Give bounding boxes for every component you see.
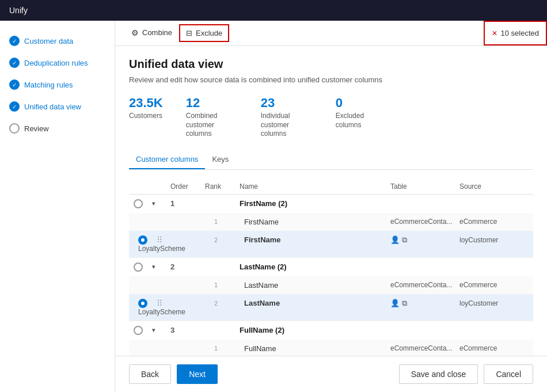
stat-customers-label: Customers: [129, 112, 163, 121]
sub-row-fullname-1: 1 FullName eCommerceContа... eCommerce: [129, 340, 533, 356]
drag-handle-lastname-2[interactable]: ⠿: [157, 299, 175, 308]
circle-icon-review: [9, 123, 20, 134]
footer-right: Save and close Cancel: [399, 364, 533, 384]
next-button[interactable]: Next: [177, 364, 218, 384]
group-row-lastname: ▾ 2 LastName (2): [129, 258, 533, 276]
save-close-button[interactable]: Save and close: [399, 364, 478, 384]
radio-lastname[interactable]: [134, 262, 143, 272]
sidebar-label-review: Review: [24, 124, 49, 133]
name-lastname-group: LastName (2): [240, 262, 390, 271]
group-fullname: ▾ 3 FullName (2) 1 FullName eCommerceCon…: [129, 321, 533, 356]
sidebar-item-matching-rules[interactable]: ✓ Matching rules: [0, 74, 115, 96]
check-icon-dedup: ✓: [9, 58, 20, 68]
page-content: Unified data view Review and edit how so…: [115, 46, 547, 356]
copy-icon-firstname: ⧉: [402, 235, 407, 245]
row-icons-lastname-2: 👤 ⧉: [390, 299, 459, 308]
sub-source-fullname-1: eCommerce: [459, 344, 529, 352]
sub-rank-fullname-1: 1: [210, 345, 244, 352]
group-lastname: ▾ 2 LastName (2) 1 LastName eCommerceCon…: [129, 258, 533, 321]
tab-keys[interactable]: Keys: [205, 150, 235, 169]
exclude-button[interactable]: ⊟ Exclude: [179, 24, 229, 42]
sub-name-fullname-1: FullName: [244, 344, 390, 353]
order-firstname: 1: [170, 199, 205, 208]
header-name: Name: [240, 182, 390, 191]
header-order: Order: [170, 182, 205, 191]
content-area: ⚙ Combine ⊟ Exclude ✕ 10 selected Unifie…: [115, 21, 547, 392]
sidebar-item-customer-data[interactable]: ✓ Customer data: [0, 30, 115, 52]
order-lastname: 2: [170, 262, 205, 271]
sidebar-label-dedup: Deduplication rules: [24, 59, 88, 67]
sidebar-item-review[interactable]: Review: [0, 117, 115, 139]
sub-source-lastname-2: LoyaltyScheme: [138, 308, 157, 316]
selected-count: 10 selected: [501, 29, 540, 37]
exclude-label: Exclude: [196, 29, 222, 37]
sub-rank-lastname-1: 1: [210, 281, 244, 288]
person-icon-lastname: 👤: [390, 299, 400, 307]
sidebar-label-unified: Unified data view: [24, 102, 81, 111]
chevron-firstname[interactable]: ▾: [152, 200, 170, 207]
check-icon-customer: ✓: [9, 36, 20, 46]
sub-source-lastname-1: eCommerce: [459, 281, 529, 289]
sub-table-firstname-1: eCommerceContа...: [390, 218, 459, 226]
stat-individual-label: Individual customer columns: [261, 112, 313, 139]
group-row-fullname: ▾ 3 FullName (2): [129, 321, 533, 340]
toolbar: ⚙ Combine ⊟ Exclude ✕ 10 selected: [115, 21, 547, 46]
sidebar-item-unified-data-view[interactable]: ✓ Unified data view: [0, 96, 115, 117]
close-icon: ✕: [492, 29, 497, 37]
stat-excluded-value: 0: [336, 96, 388, 111]
copy-icon-lastname: ⧉: [402, 299, 407, 308]
name-firstname-group: FirstName (2): [240, 199, 390, 208]
header-source: Source: [459, 182, 529, 191]
group-firstname: ▾ 1 FirstName (2) 1 FirstName eCommerceC…: [129, 195, 533, 258]
tab-bar: Customer columns Keys: [129, 150, 533, 170]
chevron-lastname[interactable]: ▾: [152, 264, 170, 270]
header-table: Table: [390, 182, 459, 191]
sub-rank-firstname-1: 1: [210, 218, 244, 225]
sub-row-firstname-1: 1 FirstName eCommerceContа... eCommerce: [129, 213, 533, 231]
sub-name-lastname-2: LastName: [244, 299, 390, 307]
sub-table-firstname-2: loyCustomer: [459, 236, 529, 244]
sub-table-lastname-2: loyCustomer: [459, 299, 529, 307]
footer-left: Back Next: [129, 364, 218, 384]
sub-rank-lastname-2: 2: [210, 300, 244, 307]
selected-badge: ✕ 10 selected: [484, 21, 548, 45]
footer: Back Next Save and close Cancel: [115, 356, 547, 392]
back-button[interactable]: Back: [129, 364, 171, 384]
cancel-button[interactable]: Cancel: [484, 364, 533, 384]
check-icon-unified: ✓: [9, 101, 20, 112]
order-fullname: 3: [170, 326, 205, 334]
sub-source-firstname-2: LoyaltyScheme: [138, 245, 157, 253]
sub-row-lastname-2: ⠿ 2 LastName 👤 ⧉ loyCustomer LoyaltySche…: [129, 294, 533, 321]
stat-combined-label: Combined customer columns: [186, 112, 238, 139]
person-icon-firstname: 👤: [390, 235, 400, 244]
app-title: Unify: [9, 6, 28, 15]
drag-handle-firstname-2[interactable]: ⠿: [157, 235, 175, 245]
check-icon-matching: ✓: [9, 79, 20, 90]
sub-source-firstname-1: eCommerce: [459, 218, 529, 226]
combine-button[interactable]: ⚙ Combine: [124, 21, 179, 45]
sub-rank-firstname-2: 2: [210, 237, 244, 243]
radio-firstname-2[interactable]: [138, 235, 147, 245]
table-header: Order Rank Name Table Source: [129, 179, 533, 195]
radio-firstname[interactable]: [134, 199, 143, 208]
page-description: Review and edit how source data is combi…: [129, 75, 533, 84]
sub-row-lastname-1: 1 LastName eCommerceContа... eCommerce: [129, 276, 533, 294]
stat-excluded-label: Excluded columns: [336, 112, 388, 130]
stat-excluded: 0 Excluded columns: [336, 96, 388, 139]
sidebar: ✓ Customer data ✓ Deduplication rules ✓ …: [0, 21, 115, 392]
header-rank: Rank: [205, 182, 240, 191]
name-fullname-group: FullName (2): [240, 326, 390, 334]
radio-lastname-2[interactable]: [138, 299, 147, 308]
sub-name-firstname-2: FirstName: [244, 235, 390, 244]
radio-fullname[interactable]: [134, 326, 143, 335]
group-row-firstname: ▾ 1 FirstName (2): [129, 195, 533, 213]
sub-table-lastname-1: eCommerceContа...: [390, 281, 459, 289]
sidebar-item-deduplication-rules[interactable]: ✓ Deduplication rules: [0, 52, 115, 74]
tab-customer-columns[interactable]: Customer columns: [129, 150, 205, 169]
stats-row: 23.5K Customers 12 Combined customer col…: [129, 96, 533, 139]
page-title: Unified data view: [129, 58, 533, 71]
app-title-bar: Unify: [0, 0, 547, 21]
sidebar-label-matching: Matching rules: [24, 81, 73, 89]
sub-name-lastname-1: LastName: [244, 281, 390, 290]
chevron-fullname[interactable]: ▾: [152, 327, 170, 333]
